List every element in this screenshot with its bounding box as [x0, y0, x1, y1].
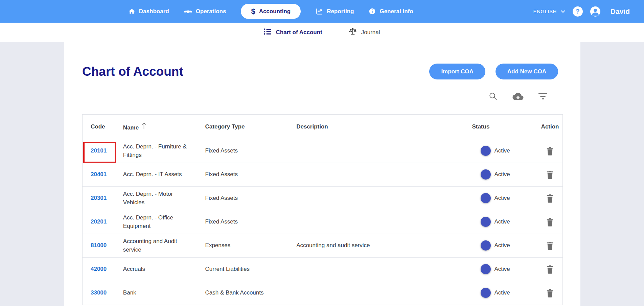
category-type: Fixed Assets	[205, 194, 297, 203]
account-name: Acc. Deprn. - Office Equipment	[123, 214, 205, 230]
nav-item-operations[interactable]: Operations	[184, 8, 226, 15]
status-toggle[interactable]	[472, 265, 489, 273]
status-label: Active	[494, 241, 510, 250]
account-name: Acc. Deprn. - Motor Vehicles	[123, 190, 205, 207]
coa-table: Code Name Category Type Description Stat…	[82, 114, 563, 305]
status-toggle[interactable]	[472, 194, 489, 202]
col-header-category[interactable]: Category Type	[205, 123, 297, 131]
status-toggle[interactable]	[472, 171, 489, 178]
delete-icon[interactable]	[546, 194, 554, 203]
page-actions: Import COA Add New COA	[429, 64, 558, 79]
status-label: Active	[494, 218, 510, 226]
language-selector[interactable]: ENGLISH	[533, 8, 565, 14]
account-name: Acc. Deprn. - IT Assets	[123, 170, 205, 179]
col-header-status[interactable]: Status	[472, 123, 537, 131]
top-navbar: Dashboard Operations $ Accounting	[0, 0, 644, 23]
category-type: Cash & Bank Accounts	[205, 289, 297, 297]
import-coa-button[interactable]: Import COA	[429, 64, 485, 79]
nav-item-dashboard[interactable]: Dashboard	[128, 8, 169, 15]
status-label: Active	[494, 265, 510, 274]
status-toggle[interactable]	[472, 218, 489, 226]
nav-item-general-info[interactable]: General Info	[369, 8, 413, 15]
page-title: Chart of Account	[82, 65, 183, 79]
main-menu: Dashboard Operations $ Accounting	[8, 4, 533, 19]
chart-of-account-page: Chart of Account Import COA Add New COA …	[64, 42, 580, 306]
category-type: Fixed Assets	[205, 170, 297, 179]
handshake-icon	[184, 8, 192, 15]
col-header-description[interactable]: Description	[296, 123, 472, 131]
table-row: 20301 Acc. Deprn. - Motor Vehicles Fixed…	[83, 186, 562, 210]
tab-label: Journal	[361, 29, 380, 36]
nav-label: General Info	[380, 8, 413, 15]
col-header-name[interactable]: Name	[123, 122, 205, 132]
code-link[interactable]: 20301	[91, 195, 107, 201]
chart-icon	[316, 8, 323, 15]
delete-icon[interactable]	[546, 147, 554, 156]
tab-journal[interactable]: Journal	[349, 28, 380, 37]
list-icon	[264, 28, 271, 37]
dollar-icon: $	[251, 8, 255, 15]
status-toggle[interactable]	[472, 289, 489, 297]
code-link[interactable]: 33000	[91, 289, 107, 296]
category-type: Current Liabilities	[205, 265, 297, 274]
nav-label: Operations	[196, 8, 226, 15]
download-icon[interactable]	[512, 92, 524, 100]
home-icon	[128, 8, 135, 15]
table-row: 42000 Accruals Current Liabilities Activ…	[83, 257, 562, 281]
account-name: Accruals	[123, 265, 205, 274]
delete-icon[interactable]	[546, 289, 554, 298]
col-header-code[interactable]: Code	[83, 123, 123, 131]
filter-icon[interactable]	[538, 93, 547, 99]
delete-icon[interactable]	[546, 170, 554, 179]
category-type: Expenses	[205, 241, 297, 250]
category-type: Fixed Assets	[205, 218, 297, 226]
nav-label: Reporting	[327, 8, 354, 15]
nav-right-controls: ENGLISH ? David	[533, 6, 630, 17]
status-toggle[interactable]	[472, 242, 489, 249]
code-link[interactable]: 42000	[91, 266, 107, 272]
status-label: Active	[494, 289, 510, 297]
info-icon	[369, 8, 376, 15]
code-link[interactable]: 20101	[91, 147, 107, 154]
table-header-row: Code Name Category Type Description Stat…	[83, 115, 562, 139]
account-name: Bank	[123, 289, 205, 297]
table-row: 20201 Acc. Deprn. - Office Equipment Fix…	[83, 210, 562, 234]
tab-chart-of-account[interactable]: Chart of Account	[264, 28, 322, 37]
nav-label: Accounting	[259, 8, 291, 15]
table-row: 20101 Acc. Deprn. - Furniture & Fittings…	[83, 139, 562, 163]
nav-item-accounting[interactable]: $ Accounting	[241, 4, 301, 19]
language-label: ENGLISH	[533, 8, 556, 14]
user-avatar-icon[interactable]	[590, 6, 600, 17]
scale-icon	[349, 28, 357, 37]
help-icon[interactable]: ?	[573, 6, 583, 17]
account-name: Acc. Deprn. - Furniture & Fittings	[123, 143, 205, 159]
table-row: 20401 Acc. Deprn. - IT Assets Fixed Asse…	[83, 163, 562, 186]
chevron-down-icon	[561, 8, 565, 14]
delete-icon[interactable]	[546, 265, 554, 274]
nav-label: Dashboard	[139, 8, 169, 15]
accounting-subnav: Chart of Account Journal	[0, 23, 644, 42]
status-label: Active	[494, 147, 510, 155]
table-row: 33000 Bank Cash & Bank Accounts Active	[83, 281, 562, 305]
category-type: Fixed Assets	[205, 147, 297, 155]
status-toggle[interactable]	[472, 147, 489, 155]
code-link[interactable]: 20201	[91, 218, 107, 225]
sort-ascending-icon	[141, 122, 146, 132]
code-link[interactable]: 81000	[91, 242, 107, 249]
status-label: Active	[494, 194, 510, 203]
add-new-coa-button[interactable]: Add New COA	[496, 64, 558, 79]
description: Accounting and audit service	[296, 241, 472, 250]
search-icon[interactable]	[488, 92, 498, 101]
delete-icon[interactable]	[546, 218, 554, 227]
status-label: Active	[494, 170, 510, 179]
nav-item-reporting[interactable]: Reporting	[316, 8, 354, 15]
tab-label: Chart of Account	[276, 29, 322, 36]
code-link[interactable]: 20401	[91, 171, 107, 178]
col-header-action: Action	[537, 123, 562, 131]
username[interactable]: David	[611, 7, 630, 16]
title-row: Chart of Account Import COA Add New COA	[64, 42, 580, 79]
account-name: Accounting and Audit service	[123, 237, 205, 254]
table-row: 81000 Accounting and Audit service Expen…	[83, 234, 562, 257]
delete-icon[interactable]	[546, 241, 554, 250]
table-toolbar	[64, 92, 547, 101]
